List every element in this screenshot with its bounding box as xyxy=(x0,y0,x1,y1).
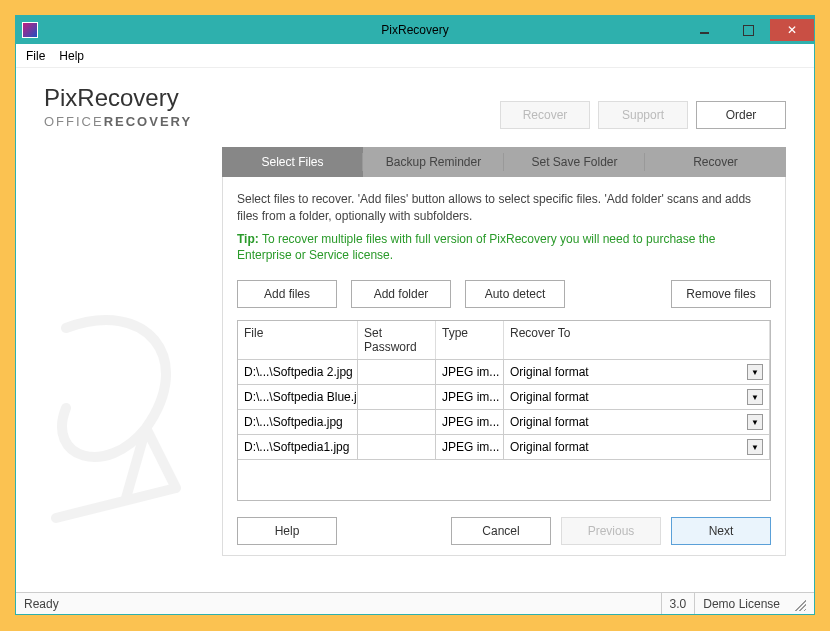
cell-file[interactable]: D:\...\Softpedia1.jpg xyxy=(238,435,358,459)
cell-recover-to[interactable]: Original format▼ xyxy=(504,435,770,459)
col-header-recover-to[interactable]: Recover To xyxy=(504,321,770,359)
close-button[interactable] xyxy=(770,19,814,41)
app-icon xyxy=(22,22,38,38)
table-row[interactable]: D:\...\Softpedia Blue.j...JPEG im...Orig… xyxy=(238,385,770,410)
auto-detect-button[interactable]: Auto detect xyxy=(465,280,565,308)
cell-password[interactable] xyxy=(358,435,436,459)
col-header-type[interactable]: Type xyxy=(436,321,504,359)
cell-type[interactable]: JPEG im... xyxy=(436,360,504,384)
menu-help[interactable]: Help xyxy=(59,49,84,63)
dropdown-icon[interactable]: ▼ xyxy=(747,389,763,405)
panel-tip: Tip: To recover multiple files with full… xyxy=(237,231,771,265)
resize-grip-icon[interactable] xyxy=(792,597,806,611)
menu-file[interactable]: File xyxy=(26,49,45,63)
menubar: File Help xyxy=(16,44,814,68)
cell-password[interactable] xyxy=(358,410,436,434)
cell-recover-to[interactable]: Original format▼ xyxy=(504,410,770,434)
content-area: PixRecovery OFFICERECOVERY Recover Suppo… xyxy=(16,68,814,592)
brand: PixRecovery OFFICERECOVERY xyxy=(44,84,192,129)
previous-button[interactable]: Previous xyxy=(561,517,661,545)
tab-backup-reminder[interactable]: Backup Reminder xyxy=(363,147,504,177)
recover-top-button[interactable]: Recover xyxy=(500,101,590,129)
cell-type[interactable]: JPEG im... xyxy=(436,410,504,434)
col-header-file[interactable]: File xyxy=(238,321,358,359)
wizard: Select Files Backup Reminder Set Save Fo… xyxy=(222,147,786,556)
wizard-panel: Select files to recover. 'Add files' but… xyxy=(222,177,786,556)
maximize-button[interactable] xyxy=(726,19,770,41)
help-button[interactable]: Help xyxy=(237,517,337,545)
minimize-button[interactable] xyxy=(682,19,726,41)
background-swirl-icon xyxy=(26,288,206,548)
next-button[interactable]: Next xyxy=(671,517,771,545)
support-button[interactable]: Support xyxy=(598,101,688,129)
dropdown-icon[interactable]: ▼ xyxy=(747,364,763,380)
statusbar: Ready 3.0 Demo License xyxy=(16,592,814,614)
tab-select-files[interactable]: Select Files xyxy=(222,147,363,177)
table-row[interactable]: D:\...\Softpedia.jpgJPEG im...Original f… xyxy=(238,410,770,435)
dropdown-icon[interactable]: ▼ xyxy=(747,439,763,455)
cancel-button[interactable]: Cancel xyxy=(451,517,551,545)
status-license: Demo License xyxy=(694,593,788,614)
wizard-tabs: Select Files Backup Reminder Set Save Fo… xyxy=(222,147,786,177)
cell-type[interactable]: JPEG im... xyxy=(436,385,504,409)
cell-file[interactable]: D:\...\Softpedia Blue.j... xyxy=(238,385,358,409)
col-header-password[interactable]: Set Password xyxy=(358,321,436,359)
add-folder-button[interactable]: Add folder xyxy=(351,280,451,308)
tab-recover[interactable]: Recover xyxy=(645,147,786,177)
app-window: PixRecovery File Help PixRecovery OFFICE… xyxy=(15,15,815,615)
remove-files-button[interactable]: Remove files xyxy=(671,280,771,308)
panel-description: Select files to recover. 'Add files' but… xyxy=(237,191,771,225)
file-table: File Set Password Type Recover To D:\...… xyxy=(237,320,771,501)
status-version: 3.0 xyxy=(661,593,695,614)
tab-set-save-folder[interactable]: Set Save Folder xyxy=(504,147,645,177)
dropdown-icon[interactable]: ▼ xyxy=(747,414,763,430)
status-text: Ready xyxy=(24,597,59,611)
table-header: File Set Password Type Recover To xyxy=(238,321,770,360)
cell-file[interactable]: D:\...\Softpedia 2.jpg xyxy=(238,360,358,384)
cell-type[interactable]: JPEG im... xyxy=(436,435,504,459)
cell-password[interactable] xyxy=(358,360,436,384)
cell-file[interactable]: D:\...\Softpedia.jpg xyxy=(238,410,358,434)
table-row[interactable]: D:\...\Softpedia 2.jpgJPEG im...Original… xyxy=(238,360,770,385)
titlebar: PixRecovery xyxy=(16,16,814,44)
cell-recover-to[interactable]: Original format▼ xyxy=(504,360,770,384)
cell-recover-to[interactable]: Original format▼ xyxy=(504,385,770,409)
page-title: PixRecovery xyxy=(44,84,192,112)
order-button[interactable]: Order xyxy=(696,101,786,129)
add-files-button[interactable]: Add files xyxy=(237,280,337,308)
table-row[interactable]: D:\...\Softpedia1.jpgJPEG im...Original … xyxy=(238,435,770,460)
cell-password[interactable] xyxy=(358,385,436,409)
